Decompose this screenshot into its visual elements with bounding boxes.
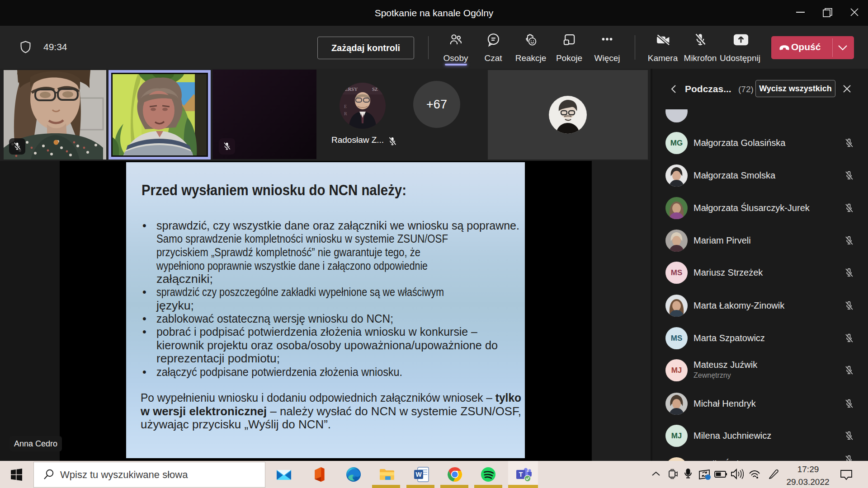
- svg-text:ERSY: ERSY: [345, 86, 358, 92]
- svg-text:SZ: SZ: [372, 86, 378, 92]
- svg-text:E: E: [344, 104, 347, 109]
- svg-text:R: R: [344, 111, 347, 116]
- svg-text:T: T: [519, 471, 523, 478]
- svg-text:W: W: [415, 471, 422, 478]
